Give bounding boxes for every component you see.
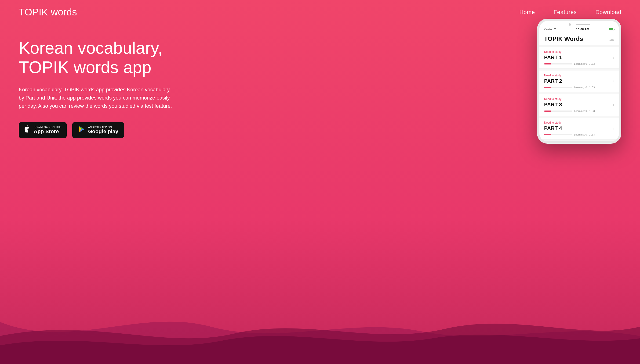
app-store-text-wrap: Download on the App Store (34, 126, 61, 134)
part-4-label: Need to study (544, 121, 614, 124)
phone-speaker (576, 24, 590, 25)
progress-bar-1 (544, 63, 572, 64)
download-buttons: Download on the App Store ANDROID APP ON (19, 122, 192, 138)
part-4-name: PART 4 (544, 125, 562, 131)
google-play-sub-label: ANDROID APP ON (88, 126, 112, 128)
part-4-progress: Learning: 0 / 1133 (544, 133, 614, 136)
app-body: Need to study PART 1 › Learning: 0 / 113… (539, 47, 619, 140)
chevron-right-icon-3: › (613, 102, 614, 107)
part-card-2[interactable]: Need to study PART 2 › Learning: 0 / 113… (539, 70, 619, 92)
logo-thin: words (51, 6, 77, 18)
app-store-main-label: App Store (34, 128, 59, 134)
part-2-progress-text: Learning: 0 / 1133 (574, 86, 595, 89)
chevron-right-icon-4: › (613, 126, 614, 131)
part-2-name: PART 2 (544, 78, 562, 84)
nav-download[interactable]: Download (595, 9, 621, 16)
app-title: TOPIK Words (544, 35, 583, 42)
part-3-progress: Learning: 0 / 1133 (544, 110, 614, 112)
part-2-label: Need to study (544, 74, 614, 77)
part-1-row: PART 1 › (544, 54, 614, 60)
part-2-progress: Learning: 0 / 1133 (544, 86, 614, 89)
logo: TOPIK words (19, 6, 77, 18)
part-card-3[interactable]: Need to study PART 3 › Learning: 0 / 113… (539, 94, 619, 116)
status-battery (609, 28, 614, 31)
progress-fill-2 (544, 87, 551, 88)
progress-fill-4 (544, 134, 551, 135)
google-play-text-wrap: ANDROID APP ON Google play (88, 126, 118, 134)
app-store-button[interactable]: Download on the App Store (19, 122, 67, 138)
phone-notch (539, 21, 619, 27)
phone-status-bar: Carrier 10:08 AM (539, 27, 619, 32)
hero-title: Korean vocabulary, TOPIK words app (19, 38, 192, 77)
phone-camera (569, 23, 571, 26)
chevron-right-icon-2: › (613, 79, 614, 84)
progress-bar-3 (544, 110, 572, 112)
google-play-icon (78, 126, 85, 135)
hero-description: Korean vocabulary, TOPIK words app provi… (19, 86, 173, 110)
nav-features[interactable]: Features (554, 9, 577, 16)
svg-point-4 (555, 30, 555, 30)
part-1-progress: Learning: 0 / 1133 (544, 62, 614, 65)
chevron-right-icon-1: › (613, 55, 614, 60)
app-header: TOPIK Words ☁ (539, 32, 619, 45)
part-1-progress-text: Learning: 0 / 1133 (574, 62, 595, 65)
progress-fill-3 (544, 110, 551, 112)
status-time: 10:08 AM (576, 28, 589, 31)
progress-bar-2 (544, 87, 572, 88)
apple-icon (24, 126, 31, 135)
phone-mockup: Carrier 10:08 AM TOPIK Words ☁ (537, 19, 621, 144)
part-card-1[interactable]: Need to study PART 1 › Learning: 0 / 113… (539, 47, 619, 69)
part-3-row: PART 3 › (544, 102, 614, 108)
main-nav: Home Features Download (520, 9, 621, 16)
part-4-row: PART 4 › (544, 125, 614, 131)
progress-fill-1 (544, 63, 551, 64)
part-3-label: Need to study (544, 98, 614, 101)
status-carrier: Carrier (544, 28, 557, 31)
page-wrapper: TOPIK words Home Features Download Korea… (0, 0, 640, 364)
part-1-name: PART 1 (544, 54, 562, 60)
carrier-label: Carrier (544, 28, 552, 31)
logo-bold: TOPIK (19, 6, 51, 18)
wifi-icon (553, 28, 557, 31)
part-card-4[interactable]: Need to study PART 4 › Learning: 0 / 113… (539, 118, 619, 140)
part-1-label: Need to study (544, 50, 614, 54)
battery-icon (609, 28, 614, 31)
progress-bar-4 (544, 134, 572, 135)
cloud-icon: ☁ (609, 36, 614, 42)
part-4-progress-text: Learning: 0 / 1133 (574, 133, 595, 136)
part-3-progress-text: Learning: 0 / 1133 (574, 110, 595, 112)
nav-home[interactable]: Home (520, 9, 535, 16)
battery-fill (609, 28, 613, 30)
google-play-button[interactable]: ANDROID APP ON Google play (72, 122, 124, 138)
google-play-main-label: Google play (88, 128, 118, 134)
part-2-row: PART 2 › (544, 78, 614, 84)
part-3-name: PART 3 (544, 102, 562, 108)
hero-section: Korean vocabulary, TOPIK words app Korea… (0, 24, 210, 138)
app-store-sub-label: Download on the (34, 126, 61, 128)
